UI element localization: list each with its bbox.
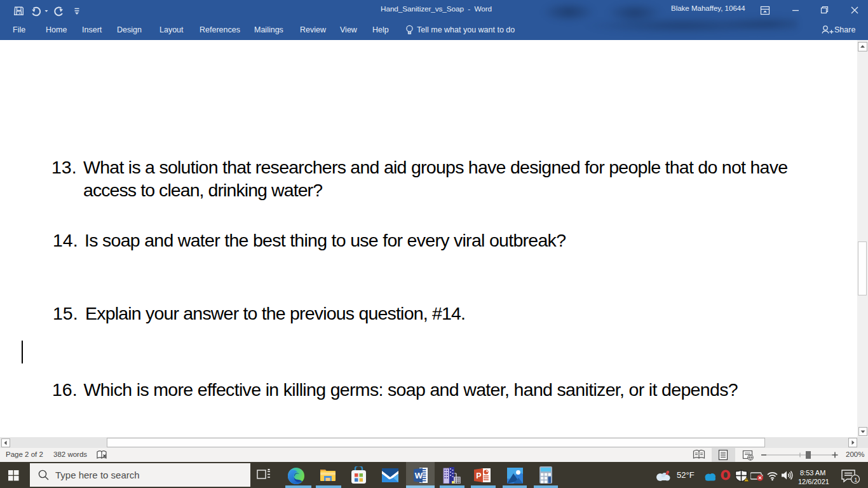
svg-text:Explain your answer to the pre: Explain your answer to the previous ques… — [85, 303, 466, 323]
svg-text:16.: 16. — [52, 379, 78, 400]
svg-text:13.: 13. — [51, 157, 77, 177]
svg-text:W: W — [415, 471, 423, 480]
svg-text:access to clean, drinking wate: access to clean, drinking water? — [83, 180, 323, 200]
svg-text:15.: 15. — [53, 303, 78, 323]
svg-text:1: 1 — [854, 477, 857, 483]
svg-text:Is soap and water the best thi: Is soap and water the best thing to use … — [85, 230, 566, 250]
svg-text:Which is more effective in kil: Which is more effective in killing germs… — [84, 379, 738, 400]
svg-text:14.: 14. — [53, 230, 78, 250]
svg-text:What is a solution that resear: What is a solution that researchers and … — [83, 157, 788, 177]
svg-text:P: P — [476, 471, 481, 480]
